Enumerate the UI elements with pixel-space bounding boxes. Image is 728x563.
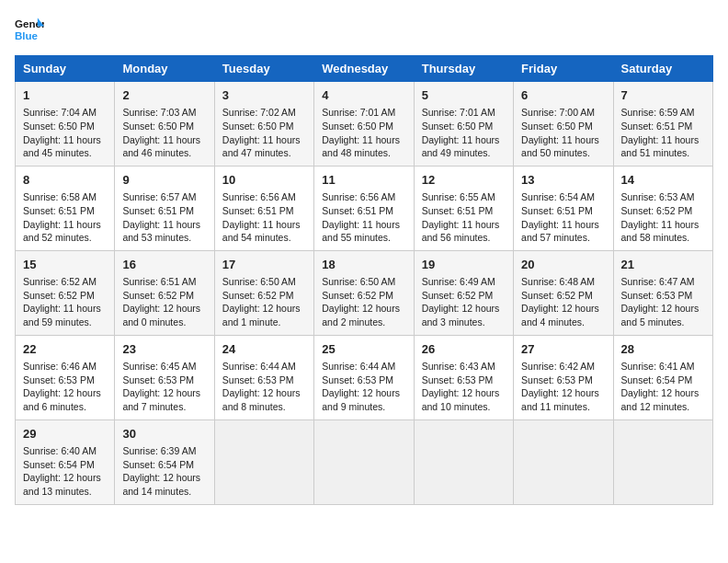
sunset-text: Sunset: 6:50 PM	[23, 121, 95, 132]
daylight-text: Daylight: 11 hours and 53 minutes.	[122, 219, 200, 244]
logo-icon: General Blue	[15, 15, 44, 44]
calendar-day-cell: 8Sunrise: 6:58 AMSunset: 6:51 PMDaylight…	[16, 166, 115, 250]
daylight-text: Daylight: 12 hours and 12 minutes.	[621, 387, 700, 412]
sunset-text: Sunset: 6:50 PM	[122, 121, 194, 132]
calendar-day-cell: 26Sunrise: 6:43 AMSunset: 6:53 PMDayligh…	[414, 335, 513, 419]
sunset-text: Sunset: 6:50 PM	[322, 121, 393, 132]
day-number: 19	[422, 257, 506, 273]
daylight-text: Daylight: 11 hours and 55 minutes.	[322, 219, 400, 244]
sunset-text: Sunset: 6:52 PM	[422, 290, 494, 301]
sunset-text: Sunset: 6:52 PM	[322, 290, 393, 301]
day-number: 6	[521, 87, 605, 104]
daylight-text: Daylight: 11 hours and 46 minutes.	[122, 134, 200, 159]
daylight-text: Daylight: 12 hours and 2 minutes.	[322, 303, 400, 327]
calendar-day-cell: 28Sunrise: 6:41 AMSunset: 6:54 PMDayligh…	[613, 335, 712, 419]
sunset-text: Sunset: 6:53 PM	[322, 374, 393, 385]
sunrise-text: Sunrise: 7:01 AM	[422, 107, 495, 118]
sunrise-text: Sunrise: 6:50 AM	[222, 276, 296, 287]
calendar-day-cell: 1Sunrise: 7:04 AMSunset: 6:50 PMDaylight…	[16, 82, 115, 167]
calendar-day-cell	[613, 419, 712, 504]
calendar-day-cell: 16Sunrise: 6:51 AMSunset: 6:52 PMDayligh…	[115, 250, 214, 335]
sunrise-text: Sunrise: 6:48 AM	[521, 276, 595, 287]
sunset-text: Sunset: 6:53 PM	[422, 374, 494, 385]
sunset-text: Sunset: 6:52 PM	[23, 290, 95, 301]
calendar-day-cell: 27Sunrise: 6:42 AMSunset: 6:53 PMDayligh…	[514, 335, 613, 419]
calendar-day-cell: 24Sunrise: 6:44 AMSunset: 6:53 PMDayligh…	[214, 335, 313, 419]
sunrise-text: Sunrise: 6:54 AM	[521, 191, 595, 202]
day-number: 30	[122, 426, 206, 442]
day-number: 25	[322, 341, 405, 358]
sunrise-text: Sunrise: 6:51 AM	[122, 276, 196, 287]
day-number: 28	[621, 341, 705, 358]
calendar-day-cell: 17Sunrise: 6:50 AMSunset: 6:52 PMDayligh…	[214, 250, 313, 335]
day-number: 27	[521, 341, 605, 358]
sunset-text: Sunset: 6:50 PM	[422, 121, 494, 132]
daylight-text: Daylight: 12 hours and 9 minutes.	[322, 387, 400, 412]
calendar-day-cell	[214, 419, 313, 504]
calendar-day-cell: 10Sunrise: 6:56 AMSunset: 6:51 PMDayligh…	[214, 166, 313, 250]
weekday-header-wednesday: Wednesday	[314, 56, 414, 82]
sunrise-text: Sunrise: 7:03 AM	[122, 107, 196, 118]
sunrise-text: Sunrise: 6:47 AM	[621, 276, 695, 287]
day-number: 5	[422, 87, 506, 104]
day-number: 17	[222, 257, 306, 273]
weekday-header-thursday: Thursday	[414, 56, 513, 82]
day-number: 15	[23, 257, 107, 273]
daylight-text: Daylight: 12 hours and 0 minutes.	[122, 303, 200, 327]
calendar-day-cell	[514, 419, 613, 504]
day-number: 4	[322, 87, 405, 104]
day-number: 20	[521, 257, 605, 273]
sunrise-text: Sunrise: 6:56 AM	[222, 191, 296, 202]
calendar-day-cell: 29Sunrise: 6:40 AMSunset: 6:54 PMDayligh…	[16, 419, 115, 504]
day-number: 11	[322, 172, 405, 189]
sunset-text: Sunset: 6:51 PM	[521, 205, 593, 216]
sunset-text: Sunset: 6:53 PM	[222, 374, 294, 385]
weekday-header-tuesday: Tuesday	[214, 56, 313, 82]
daylight-text: Daylight: 12 hours and 14 minutes.	[122, 472, 200, 497]
page-header: General Blue	[15, 15, 713, 44]
weekday-header-row: SundayMondayTuesdayWednesdayThursdayFrid…	[16, 56, 713, 82]
sunrise-text: Sunrise: 6:40 AM	[23, 445, 97, 456]
sunrise-text: Sunrise: 7:02 AM	[222, 107, 296, 118]
sunrise-text: Sunrise: 6:50 AM	[322, 276, 395, 287]
daylight-text: Daylight: 12 hours and 3 minutes.	[422, 303, 500, 327]
daylight-text: Daylight: 11 hours and 47 minutes.	[222, 134, 301, 159]
daylight-text: Daylight: 12 hours and 1 minute.	[222, 303, 301, 327]
day-number: 26	[422, 341, 506, 358]
sunrise-text: Sunrise: 7:04 AM	[23, 107, 97, 118]
day-number: 14	[621, 172, 705, 189]
sunrise-text: Sunrise: 6:44 AM	[222, 361, 296, 372]
sunset-text: Sunset: 6:51 PM	[621, 121, 693, 132]
day-number: 13	[521, 172, 605, 189]
daylight-text: Daylight: 12 hours and 10 minutes.	[422, 387, 500, 412]
day-number: 9	[122, 172, 206, 189]
calendar-day-cell: 22Sunrise: 6:46 AMSunset: 6:53 PMDayligh…	[16, 335, 115, 419]
calendar-week-row: 15Sunrise: 6:52 AMSunset: 6:52 PMDayligh…	[16, 250, 713, 335]
day-number: 23	[122, 341, 206, 358]
svg-text:Blue: Blue	[15, 30, 39, 41]
calendar-week-row: 22Sunrise: 6:46 AMSunset: 6:53 PMDayligh…	[16, 335, 713, 419]
sunset-text: Sunset: 6:51 PM	[422, 205, 494, 216]
calendar-day-cell: 19Sunrise: 6:49 AMSunset: 6:52 PMDayligh…	[414, 250, 513, 335]
calendar-day-cell: 12Sunrise: 6:55 AMSunset: 6:51 PMDayligh…	[414, 166, 513, 250]
daylight-text: Daylight: 11 hours and 54 minutes.	[222, 219, 301, 244]
weekday-header-saturday: Saturday	[613, 56, 712, 82]
sunrise-text: Sunrise: 6:44 AM	[322, 361, 395, 372]
daylight-text: Daylight: 12 hours and 4 minutes.	[521, 303, 599, 327]
sunset-text: Sunset: 6:51 PM	[23, 205, 95, 216]
day-number: 10	[222, 172, 306, 189]
calendar-day-cell: 3Sunrise: 7:02 AMSunset: 6:50 PMDaylight…	[214, 82, 313, 167]
sunrise-text: Sunrise: 6:59 AM	[621, 107, 695, 118]
sunrise-text: Sunrise: 6:55 AM	[422, 191, 495, 202]
sunrise-text: Sunrise: 6:45 AM	[122, 361, 196, 372]
sunrise-text: Sunrise: 6:43 AM	[422, 361, 495, 372]
sunset-text: Sunset: 6:54 PM	[122, 459, 194, 470]
daylight-text: Daylight: 11 hours and 59 minutes.	[23, 303, 101, 327]
day-number: 2	[122, 87, 206, 104]
calendar-day-cell: 14Sunrise: 6:53 AMSunset: 6:52 PMDayligh…	[613, 166, 712, 250]
calendar-day-cell: 21Sunrise: 6:47 AMSunset: 6:53 PMDayligh…	[613, 250, 712, 335]
sunrise-text: Sunrise: 6:41 AM	[621, 361, 695, 372]
weekday-header-sunday: Sunday	[16, 56, 115, 82]
day-number: 29	[23, 426, 107, 442]
sunrise-text: Sunrise: 6:56 AM	[322, 191, 395, 202]
